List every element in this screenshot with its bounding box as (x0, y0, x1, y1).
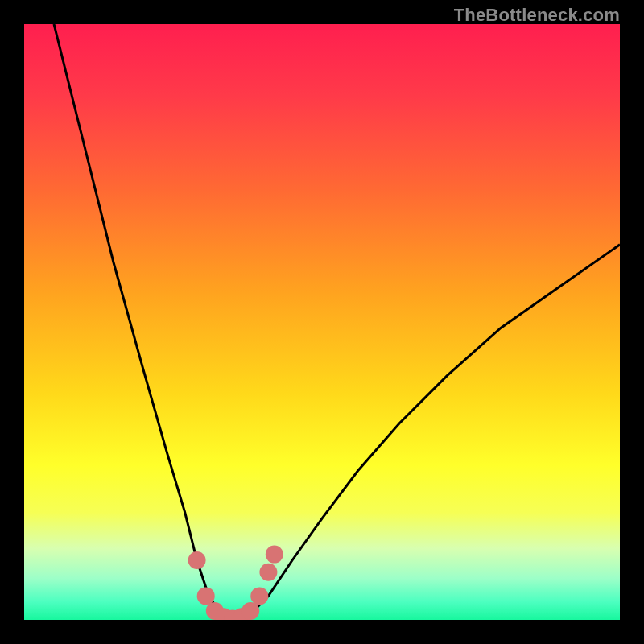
highlight-dot (188, 551, 206, 569)
bottleneck-curve (54, 24, 620, 620)
highlight-dot (259, 564, 277, 581)
highlight-dot (197, 587, 215, 605)
watermark-text: TheBottleneck.com (454, 5, 620, 26)
chart-svg (24, 24, 620, 620)
highlight-dots (188, 546, 283, 620)
highlight-dot (242, 602, 259, 620)
chart-frame (24, 24, 620, 620)
highlight-dot (266, 546, 283, 564)
highlight-dot (250, 587, 268, 605)
